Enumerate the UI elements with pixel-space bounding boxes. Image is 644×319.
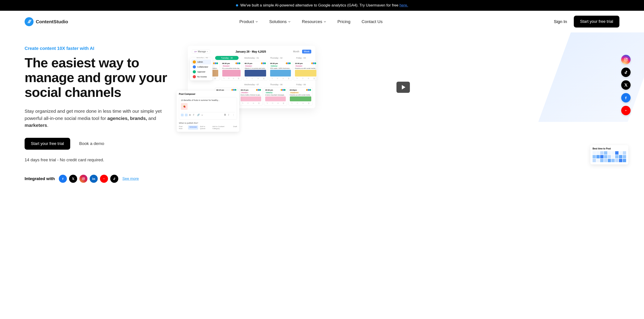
- emoji-icon: ☺: [201, 114, 204, 116]
- logo[interactable]: /// ContentStudio: [24, 17, 68, 26]
- nav-solutions[interactable]: Solutions: [269, 19, 291, 24]
- see-more-link[interactable]: See more: [122, 176, 139, 181]
- heat-cell: [619, 159, 622, 162]
- ai-icon: A+: [194, 51, 197, 53]
- post-composer-mockup: Post Composer 13 Benefits of fruits in s…: [177, 91, 239, 132]
- composer-option: Schedule: [188, 126, 198, 130]
- composer-title: Post Composer: [179, 93, 237, 95]
- role-item: Admin: [192, 60, 211, 65]
- svg-point-4: [625, 59, 626, 60]
- main-nav: Product Solutions Resources Pricing Cont…: [239, 19, 382, 24]
- image-icon: [181, 114, 184, 116]
- youtube-icon[interactable]: [100, 175, 108, 183]
- announce-link[interactable]: here.: [399, 3, 408, 8]
- facebook-icon[interactable]: [59, 175, 67, 183]
- heat-cell: [615, 151, 618, 155]
- hero-content: Create content 10X faster with AI The ea…: [24, 46, 170, 183]
- besttime-title: Best time to Post: [592, 147, 626, 150]
- composer-when-label: When to publish this?: [179, 122, 237, 124]
- float-facebook-icon: [621, 93, 630, 103]
- x-icon[interactable]: [69, 175, 77, 183]
- svg-point-5: [626, 58, 627, 59]
- header-trial-button[interactable]: Start your free trial: [574, 16, 620, 28]
- nav-actions: Sign In Start your free trial: [554, 16, 620, 28]
- hero-subtitle: Stay organized and get more done in less…: [24, 108, 170, 129]
- hero-eyebrow: Create content 10X faster with AI: [24, 46, 170, 51]
- composer-option: Post Now: [179, 126, 186, 130]
- logo-text: ContentStudio: [36, 19, 68, 24]
- heat-cell: [619, 155, 622, 158]
- video-icon: [185, 114, 188, 116]
- heat-cell: [615, 159, 618, 162]
- heat-cell: [596, 151, 600, 155]
- signin-link[interactable]: Sign In: [554, 19, 567, 24]
- view-toggle: Month Week: [291, 50, 311, 54]
- composer-option: Add to Content Category: [212, 126, 232, 130]
- calendar-card: 08:15 pm Promotion Every bottle of lemon…: [239, 88, 262, 106]
- heat-cell: [623, 155, 626, 158]
- calendar-day-header: [190, 83, 214, 87]
- tiktok-icon[interactable]: [110, 175, 118, 183]
- role-item: No Access: [192, 74, 211, 79]
- instagram-icon[interactable]: [80, 175, 88, 183]
- announce-text: We've built a simple AI-powered alternat…: [240, 3, 400, 8]
- heat-cell: [608, 155, 611, 158]
- calendar-day-header: Friday - 09: [289, 83, 312, 87]
- role-item: Approver: [192, 69, 211, 74]
- bold-icon: B: [224, 114, 227, 116]
- heat-cell: [623, 151, 626, 155]
- heat-cell: [611, 155, 615, 158]
- nav-product[interactable]: Product: [239, 19, 258, 24]
- trial-note: 14 days free trial - No credit card requ…: [24, 157, 170, 162]
- roles-popup: AdminCollaboratorApproverNo Access: [190, 58, 212, 81]
- calendar-card: 08:00pm Engagement Keeping up with socia…: [288, 88, 313, 106]
- composer-options: Post NowScheduleAdd to QueueAdd to Conte…: [179, 126, 237, 130]
- svg-point-2: [84, 178, 84, 178]
- hero-illustration: A+ Manage ▾ January 28 - May 4,2025 Mont…: [179, 46, 620, 158]
- calendar-card: 09:30 pm Wellbeing 95% water, 100% fresh…: [269, 61, 292, 81]
- chevron-down-icon: [255, 20, 258, 23]
- gif-icon: ⊞: [189, 114, 192, 116]
- calendar-day-header: Wednesday - 01: [240, 56, 263, 60]
- hash-icon: #: [193, 114, 196, 116]
- announce-dot-icon: [236, 4, 238, 7]
- hero-trial-button[interactable]: Start your free trial: [24, 138, 70, 150]
- best-time-popup: Best time to Post: [590, 145, 628, 164]
- nav-contact[interactable]: Contact Us: [362, 19, 382, 24]
- heat-cell: [592, 155, 596, 158]
- svg-point-1: [83, 178, 84, 179]
- float-youtube-icon: [621, 106, 630, 115]
- heat-cell: [608, 159, 611, 162]
- calendar-card: 09:30 pm Wellbeing A berry important mes…: [264, 88, 287, 106]
- composer-option: Draft: [233, 126, 237, 130]
- link-icon: 🔗: [197, 114, 200, 116]
- heat-cell: [611, 151, 615, 155]
- role-item: Collaborator: [192, 65, 211, 69]
- heat-cell: [592, 159, 596, 162]
- float-tiktok-icon: [621, 68, 630, 77]
- composer-toolbar-left: ⊞ # 🔗 ☺: [181, 114, 204, 116]
- italic-icon: I: [228, 114, 231, 116]
- heat-cell: [604, 155, 607, 158]
- composer-thumbnail: 🍓: [181, 103, 188, 110]
- site-header: /// ContentStudio Product Solutions Reso…: [0, 11, 644, 33]
- manage-dropdown: A+ Manage ▾: [192, 50, 210, 54]
- heatmap: [592, 151, 626, 162]
- floating-socials: [621, 55, 630, 115]
- calendar-card: 08:15 pm Promotion Vitamin C is yummy an…: [243, 61, 268, 81]
- nav-pricing[interactable]: Pricing: [338, 19, 350, 24]
- calendar-day-header: Wednesday - 07: [240, 83, 263, 87]
- float-instagram-icon: [621, 55, 630, 64]
- heat-cell: [596, 155, 600, 158]
- play-video-button[interactable]: [396, 82, 410, 93]
- heat-cell: [600, 151, 604, 155]
- book-demo-link[interactable]: Book a demo: [79, 141, 104, 146]
- calendar-day-header: Tuesday - 30: [215, 56, 238, 60]
- calendar-card: 10:00 pm Promotion Keeping up with socia…: [294, 61, 318, 81]
- heat-cell: [608, 151, 611, 155]
- linkedin-icon[interactable]: [90, 175, 98, 183]
- float-x-icon: [621, 80, 630, 90]
- nav-resources[interactable]: Resources: [302, 19, 326, 24]
- calendar-day-header: [215, 83, 238, 87]
- composer-text: 13 Benefits of fruits in summer for heal…: [181, 99, 235, 101]
